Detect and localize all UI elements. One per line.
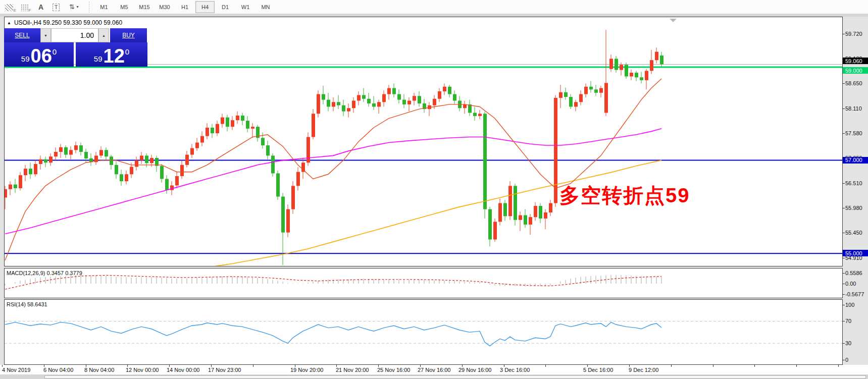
ma-slow-orange-line: [5, 160, 661, 266]
candle-body: [559, 92, 563, 98]
collapse-arrow-icon[interactable]: ▲: [7, 21, 11, 25]
axis-tick: [843, 133, 845, 134]
candle-body: [145, 155, 148, 163]
one-click-trading-widget: SELL ▼ ▲ BUY 59 06 0 59 12 0: [4, 28, 147, 67]
timeframe-button-m15[interactable]: M15: [135, 1, 154, 13]
candle-body: [69, 150, 73, 154]
text-glyph: T: [53, 4, 60, 11]
time-tick: [713, 365, 713, 367]
time-axis[interactable]: 4 Nov 20196 Nov 04:008 Nov 04:0012 Nov 0…: [0, 365, 868, 374]
text-icon[interactable]: T: [49, 2, 63, 13]
candle-body: [488, 209, 492, 240]
price-badge-57.000: 57.000: [843, 157, 868, 164]
grid-sub: F: [29, 8, 31, 13]
candle-body: [190, 148, 194, 155]
price-tick-55.980: 55.980: [845, 205, 862, 211]
price-badge-55.000: 55.000: [843, 250, 868, 256]
volume-increase-button[interactable]: ▲: [98, 28, 109, 42]
candle-body: [54, 152, 58, 156]
candle-body: [418, 96, 421, 103]
macd-tick--0.5677: -0.5677: [845, 291, 864, 297]
candle-body: [216, 124, 219, 133]
candle-body: [251, 127, 254, 129]
candle-body: [498, 203, 502, 222]
time-tick: [671, 365, 672, 367]
candle-body: [307, 137, 310, 163]
buy-price-display[interactable]: 59 12 0: [76, 42, 147, 67]
rsi-label: RSI(14) 58.6431: [7, 301, 47, 307]
candle-body: [503, 203, 507, 216]
sell-price-small: 59: [21, 55, 30, 63]
candle-body: [483, 114, 487, 209]
sell-button[interactable]: SELL: [4, 28, 40, 42]
timeframe-button-m30[interactable]: M30: [155, 1, 174, 13]
candle-body: [453, 94, 456, 101]
time-label: 21 Nov 20:00: [336, 367, 369, 373]
axis-tick: [843, 183, 845, 184]
candle-body: [443, 87, 446, 91]
font-glyph: A: [38, 3, 43, 11]
cursor-glyph: ⇅: [69, 3, 75, 11]
candle-body: [514, 186, 517, 220]
candle-body: [49, 156, 53, 163]
candle-body: [150, 158, 154, 163]
candle-body: [130, 167, 133, 175]
candle-body: [266, 145, 270, 155]
candle-body: [261, 138, 265, 145]
sell-price-display[interactable]: 59 06 0: [4, 42, 74, 67]
price-axis[interactable]: 59.72059.18058.65058.11057.58057.05056.5…: [843, 17, 868, 365]
chart-shift-marker-icon[interactable]: [670, 19, 677, 22]
candle-body: [599, 88, 603, 93]
candle-body: [625, 65, 628, 76]
candle-body: [110, 156, 113, 165]
bottom-scroll-area[interactable]: [44, 375, 866, 378]
axis-tick: [843, 321, 845, 321]
cursor-mode-icon[interactable]: ⇅▼: [65, 2, 84, 13]
candle-body: [448, 87, 451, 94]
timeframe-button-m1[interactable]: M1: [94, 1, 114, 13]
buy-price-pip: 0: [125, 47, 129, 56]
candle-body: [357, 95, 361, 100]
candle-body: [180, 165, 184, 176]
candle-body: [544, 212, 547, 219]
candle-body: [433, 99, 436, 105]
candle-body: [529, 217, 532, 225]
candle-body: [99, 150, 103, 155]
buy-button[interactable]: BUY: [110, 28, 147, 42]
candle-body: [185, 155, 189, 165]
timeframe-button-m5[interactable]: M5: [115, 1, 134, 13]
candle-body: [519, 215, 522, 220]
candle-body: [564, 92, 568, 97]
volume-input[interactable]: [51, 28, 98, 42]
timeframe-button-mn[interactable]: MN: [256, 1, 275, 13]
price-badge-59.000: 59.000: [843, 67, 868, 74]
grid-icon[interactable]: F: [19, 2, 32, 13]
macd-panel[interactable]: MACD(12,26,9) 0.3457 0.3779: [4, 268, 843, 298]
rsi-tick-30: 30: [845, 340, 851, 346]
axis-tick: [843, 305, 845, 305]
time-label: 6 Nov 04:00: [43, 367, 73, 373]
candle-body: [291, 186, 295, 209]
volume-decrease-button[interactable]: ▼: [40, 28, 51, 42]
candle-body: [609, 59, 613, 69]
font-icon[interactable]: A: [34, 2, 47, 13]
candle-body: [221, 118, 224, 124]
macd-tick-0.5586: 0.5586: [845, 270, 862, 276]
candle-body: [312, 114, 315, 137]
indicators-icon[interactable]: E: [4, 2, 17, 13]
candle-body: [140, 155, 143, 160]
candle-body: [493, 222, 497, 239]
price-tick-55.450: 55.450: [845, 230, 862, 236]
time-label: 14 Nov 00:00: [167, 367, 199, 373]
candle-body: [84, 152, 88, 158]
chart-annotation-text: 多空转折点59: [559, 182, 690, 209]
candle-body: [120, 174, 123, 181]
candle-body: [367, 99, 371, 103]
rsi-panel[interactable]: RSI(14) 58.6431: [4, 299, 843, 365]
timeframe-button-w1[interactable]: W1: [236, 1, 255, 13]
timeframe-button-h1[interactable]: H1: [175, 1, 194, 13]
timeframe-button-d1[interactable]: D1: [216, 1, 235, 13]
candle-body: [407, 100, 411, 104]
candle-body: [226, 118, 229, 127]
timeframe-button-h4[interactable]: H4: [195, 1, 215, 13]
